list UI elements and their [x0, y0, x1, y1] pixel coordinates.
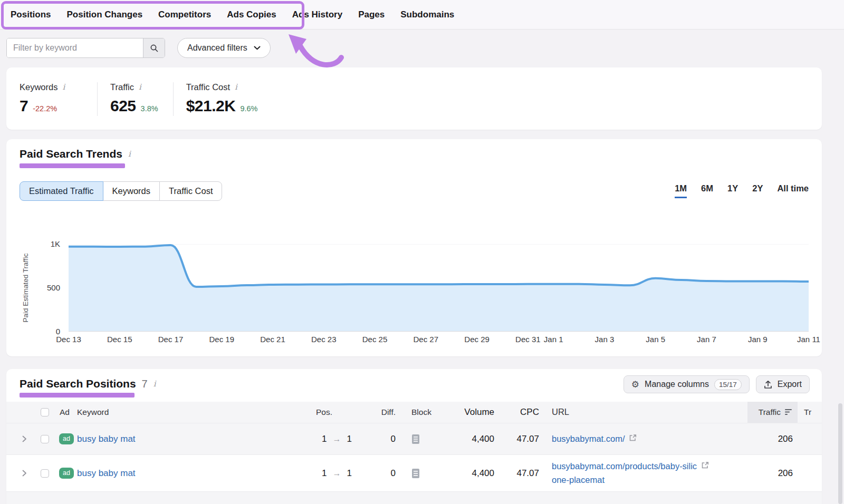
column-header-url[interactable]: URL [542, 405, 747, 419]
toggle-keywords[interactable]: Keywords [103, 181, 160, 201]
table-row: ad busy baby mat 1 → 1 0 4,400 47.07 [6, 423, 822, 454]
range-2y[interactable]: 2Y [752, 183, 763, 198]
diff-value: 0 [354, 468, 397, 479]
info-icon[interactable]: i [128, 150, 131, 158]
chevron-down-icon [254, 46, 261, 50]
traffic-header-label: Traffic [759, 408, 781, 417]
search-button[interactable] [143, 38, 165, 57]
stat-keywords-change: -22.2% [33, 104, 57, 113]
range-6m[interactable]: 6M [701, 183, 713, 198]
keyword-link[interactable]: busy baby mat [77, 434, 136, 444]
traffic-value: 206 [747, 468, 798, 479]
keyword-link[interactable]: busy baby mat [77, 468, 136, 478]
info-icon[interactable]: i [154, 380, 156, 388]
table-row: ad busy baby mat 1 → 1 0 4,400 47.07 [6, 454, 822, 491]
table-header-row: Ad Keyword Pos. Diff. Block Volume CPC U… [6, 402, 822, 423]
column-header-diff[interactable]: Diff. [354, 408, 397, 417]
stat-traffic-cost-change: 9.6% [240, 104, 257, 113]
column-header-cpc[interactable]: CPC [497, 407, 542, 418]
expand-row-icon[interactable] [22, 470, 27, 477]
summary-stats-card: Keywords i 7 -22.2% Traffic i 625 3.8% T… [6, 67, 822, 130]
x-axis-label: Jan 1 [544, 335, 563, 344]
x-axis-label: Dec 27 [414, 335, 439, 344]
row-checkbox[interactable] [41, 435, 49, 443]
stat-traffic-cost: Traffic Cost i $21.2K 9.6% [174, 82, 273, 116]
tab-positions[interactable]: Positions [11, 9, 51, 20]
column-header-pos[interactable]: Pos. [275, 408, 354, 417]
vertical-scrollbar[interactable] [838, 403, 842, 504]
keyword-filter [6, 38, 165, 58]
x-axis-label: Dec 17 [158, 335, 184, 344]
tab-competitors[interactable]: Competitors [158, 9, 211, 20]
tab-ads-copies[interactable]: Ads Copies [227, 9, 276, 20]
volume-value: 4,400 [449, 468, 497, 479]
column-header-ad[interactable]: Ad [56, 408, 77, 417]
tab-ads-history[interactable]: Ads History [292, 9, 342, 20]
export-icon [764, 380, 772, 389]
expand-row-icon[interactable] [22, 435, 27, 442]
time-range-selector: 1M 6M 1Y 2Y All time [675, 183, 809, 198]
url-link[interactable]: busybabymat.com/products/baby-silic one-… [552, 460, 697, 487]
ad-badge[interactable]: ad [59, 433, 74, 444]
volume-value: 4,400 [449, 434, 497, 444]
position-arrow-icon: → [333, 434, 341, 444]
position-arrow-icon: → [333, 469, 341, 478]
external-link-icon[interactable] [629, 434, 637, 442]
tab-subdomains[interactable]: Subdomains [400, 9, 454, 20]
diff-value: 0 [354, 434, 397, 444]
url-link[interactable]: busybabymat.com/ [552, 432, 625, 446]
column-header-traffic[interactable]: Traffic [747, 402, 798, 423]
x-axis-label: Dec 15 [107, 335, 132, 344]
export-label: Export [778, 380, 802, 389]
advanced-filters-button[interactable]: Advanced filters [177, 38, 271, 58]
positions-title-underline-annotation [20, 393, 135, 398]
positions-table: Ad Keyword Pos. Diff. Block Volume CPC U… [6, 402, 822, 504]
tab-pages[interactable]: Pages [358, 9, 385, 20]
search-icon [150, 44, 159, 53]
positions-count: 7 [142, 378, 148, 390]
stat-traffic-value: 625 [110, 97, 136, 115]
range-1m[interactable]: 1M [675, 183, 687, 198]
info-icon[interactable]: i [235, 83, 237, 91]
stat-traffic: Traffic i 625 3.8% [98, 82, 174, 116]
manage-columns-label: Manage columns [645, 380, 709, 389]
column-header-block[interactable]: Block [397, 408, 449, 417]
positions-title: Paid Search Positions [20, 377, 136, 390]
paid-search-trends-card: Paid Search Trends i Estimated Traffic K… [6, 139, 822, 356]
column-header-keyword[interactable]: Keyword [77, 408, 275, 417]
external-link-icon[interactable] [701, 461, 709, 469]
row-checkbox[interactable] [41, 469, 49, 478]
x-axis-label: Dec 21 [260, 335, 285, 344]
top-nav: Positions Position Changes Competitors A… [0, 0, 844, 30]
select-all-checkbox[interactable] [41, 408, 49, 416]
column-header-volume[interactable]: Volume [449, 407, 497, 418]
block-icon[interactable] [411, 434, 420, 444]
x-axis-label: Dec 13 [56, 335, 81, 344]
tab-position-changes[interactable]: Position Changes [67, 9, 143, 20]
filter-bar: Advanced filters [6, 38, 271, 58]
x-axis-label: Jan 11 [797, 335, 820, 344]
export-button[interactable]: Export [756, 375, 810, 393]
position-to: 1 [347, 468, 352, 479]
range-1y[interactable]: 1Y [727, 183, 738, 198]
x-axis-label: Dec 29 [464, 335, 490, 344]
y-axis-tick: 1K [18, 239, 60, 248]
position-from: 1 [322, 468, 327, 479]
info-icon[interactable]: i [139, 83, 141, 91]
manage-columns-button[interactable]: ⚙ Manage columns 15/17 [624, 375, 750, 393]
toggle-traffic-cost[interactable]: Traffic Cost [159, 181, 222, 201]
advanced-filters-label: Advanced filters [187, 43, 247, 53]
range-all-time[interactable]: All time [777, 183, 809, 198]
toggle-estimated-traffic[interactable]: Estimated Traffic [20, 181, 103, 201]
block-icon[interactable] [411, 468, 420, 479]
ad-badge[interactable]: ad [59, 468, 74, 478]
keyword-filter-input[interactable] [7, 38, 143, 57]
trends-title-underline-annotation [20, 163, 125, 168]
x-axis-label: Jan 9 [748, 335, 768, 344]
y-axis-tick: 0 [18, 327, 60, 336]
sort-descending-icon [785, 409, 793, 415]
x-axis-label: Dec 31 [515, 335, 541, 344]
stat-keywords-label: Keywords [20, 82, 57, 92]
annotation-arrow [282, 30, 347, 68]
info-icon[interactable]: i [62, 83, 65, 91]
